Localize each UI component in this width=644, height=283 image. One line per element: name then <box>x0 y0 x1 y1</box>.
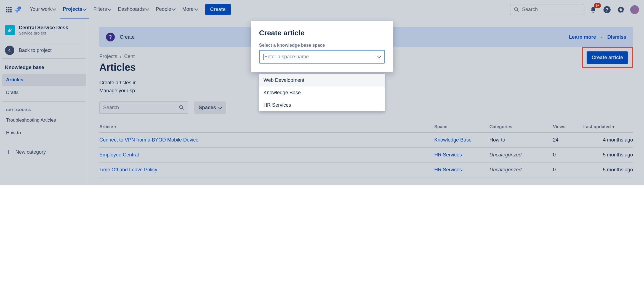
create-article-modal: Create article Select a knowledge base s… <box>251 21 393 72</box>
space-option-knowledge-base[interactable]: Knowledge Base <box>259 87 385 99</box>
modal-title: Create article <box>259 29 385 37</box>
space-option-hr-services[interactable]: HR Services <box>259 99 385 111</box>
space-dropdown: Web DevelopmentKnowledge BaseHR Services <box>259 74 385 111</box>
space-option-web-development[interactable]: Web Development <box>259 74 385 87</box>
space-select-input[interactable]: Enter a space name <box>259 50 385 64</box>
chevron-down-icon <box>378 54 380 60</box>
modal-field-label: Select a knowledge base space <box>259 43 385 48</box>
space-select-placeholder: Enter a space name <box>264 54 309 60</box>
